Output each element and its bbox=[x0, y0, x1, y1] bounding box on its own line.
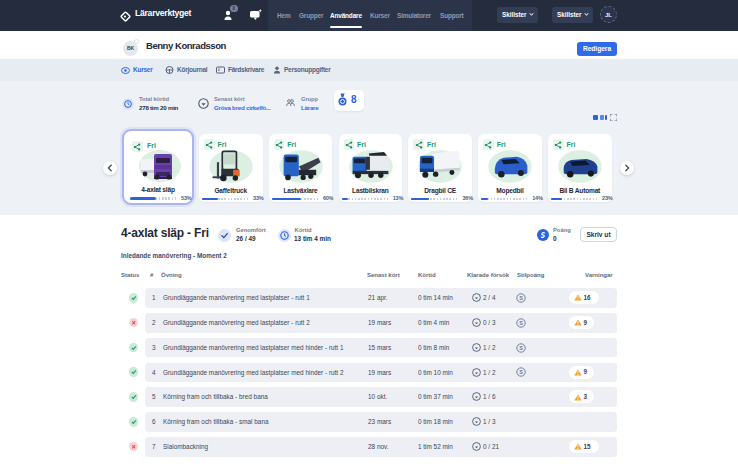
svg-text:S: S bbox=[519, 295, 523, 301]
svg-text:S: S bbox=[519, 345, 523, 351]
svg-text:S: S bbox=[519, 320, 523, 326]
svg-text:S: S bbox=[519, 369, 523, 375]
